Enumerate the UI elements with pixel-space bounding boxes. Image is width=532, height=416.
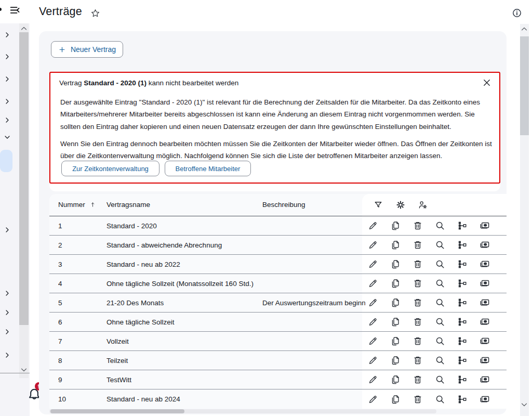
sitemap-icon[interactable] xyxy=(457,297,468,308)
delete-icon[interactable] xyxy=(413,220,423,231)
copy-icon[interactable] xyxy=(390,394,401,405)
sidebar-item-collapsed[interactable] xyxy=(4,352,11,359)
filter-icon[interactable] xyxy=(374,200,383,210)
horizontal-scrollbar[interactable] xyxy=(49,409,436,413)
delete-icon[interactable] xyxy=(413,240,423,250)
table-row[interactable]: 4 Ohne tägliche Sollzeit (Monatssollzeit… xyxy=(49,274,507,293)
sidebar-item-expanded[interactable] xyxy=(4,134,11,141)
table-row[interactable]: 1 Standard - 2020 xyxy=(49,216,507,236)
zeitkontenverwaltung-button[interactable]: Zur Zeitkontenverwaltung xyxy=(61,161,159,176)
search-icon[interactable] xyxy=(435,240,445,250)
banknote-icon[interactable] xyxy=(480,259,490,269)
sidebar-item-collapsed[interactable] xyxy=(4,328,11,335)
delete-icon[interactable] xyxy=(413,336,423,346)
sitemap-icon[interactable] xyxy=(457,394,468,405)
delete-icon[interactable] xyxy=(413,374,423,385)
banknote-icon[interactable] xyxy=(480,297,490,308)
main-scrollbar[interactable] xyxy=(520,24,529,416)
settings-gear-icon[interactable] xyxy=(396,200,405,210)
edit-icon[interactable] xyxy=(368,336,378,346)
banknote-icon[interactable] xyxy=(480,317,490,327)
sidebar-item-collapsed[interactable] xyxy=(4,53,11,60)
banknote-icon[interactable] xyxy=(480,394,490,405)
edit-icon[interactable] xyxy=(368,374,378,385)
edit-icon[interactable] xyxy=(368,220,378,231)
copy-icon[interactable] xyxy=(390,259,401,269)
edit-icon[interactable] xyxy=(368,317,378,327)
sidebar-item-collapsed[interactable] xyxy=(4,116,11,124)
copy-icon[interactable] xyxy=(390,317,401,327)
search-icon[interactable] xyxy=(435,394,445,405)
sidebar-item-collapsed[interactable] xyxy=(4,31,11,38)
table-row[interactable]: 8 Teilzeit xyxy=(49,351,507,370)
table-row[interactable]: 7 Vollzeit xyxy=(49,332,507,351)
delete-icon[interactable] xyxy=(413,278,423,289)
sidebar-item-collapsed[interactable] xyxy=(4,98,11,105)
user-settings-icon[interactable] xyxy=(418,200,428,210)
delete-icon[interactable] xyxy=(413,394,423,405)
table-row[interactable]: 5 21-20 Des Monats Der Auswertungszeitra… xyxy=(49,293,507,313)
banknote-icon[interactable] xyxy=(480,355,490,366)
edit-icon[interactable] xyxy=(368,394,378,405)
copy-icon[interactable] xyxy=(390,220,401,231)
sitemap-icon[interactable] xyxy=(457,317,468,327)
sitemap-icon[interactable] xyxy=(457,374,468,385)
banknote-icon[interactable] xyxy=(480,220,490,231)
copy-icon[interactable] xyxy=(390,336,401,346)
copy-icon[interactable] xyxy=(390,297,401,308)
sidebar-item-collapsed[interactable] xyxy=(4,226,11,233)
delete-icon[interactable] xyxy=(413,259,423,269)
edit-icon[interactable] xyxy=(368,240,378,250)
search-icon[interactable] xyxy=(435,317,445,327)
search-icon[interactable] xyxy=(435,297,445,308)
sitemap-icon[interactable] xyxy=(457,259,468,269)
sidebar-item-collapsed[interactable] xyxy=(4,75,11,83)
sidebar-item-collapsed[interactable] xyxy=(4,309,11,316)
scroll-up-icon[interactable] xyxy=(20,24,28,33)
edit-icon[interactable] xyxy=(368,259,378,269)
collapse-sidebar-button[interactable] xyxy=(9,4,21,16)
copy-icon[interactable] xyxy=(390,355,401,366)
favorite-star-icon[interactable] xyxy=(90,8,100,18)
delete-icon[interactable] xyxy=(413,297,423,308)
table-header-cell-vertragsname[interactable]: Vertragsname xyxy=(107,201,150,209)
copy-icon[interactable] xyxy=(390,374,401,385)
edit-icon[interactable] xyxy=(368,278,378,289)
delete-icon[interactable] xyxy=(413,317,423,327)
search-icon[interactable] xyxy=(435,278,445,289)
table-row[interactable]: 6 Ohne tägliche Sollzeit xyxy=(49,313,507,332)
main-scrollbar-thumb[interactable] xyxy=(520,36,529,135)
sidebar-scrollbar-thumb[interactable] xyxy=(19,32,29,325)
table-row[interactable]: 9 TestWitt xyxy=(49,370,507,389)
new-contract-button[interactable]: Neuer Vertrag xyxy=(51,41,123,58)
table-header-cell-beschreibung[interactable]: Beschreibung xyxy=(262,201,305,209)
banknote-icon[interactable] xyxy=(480,278,490,289)
table-row[interactable]: 2 Standard - abweichende Abrechnung xyxy=(49,236,507,255)
horizontal-scrollbar-thumb[interactable] xyxy=(50,409,184,413)
copy-icon[interactable] xyxy=(390,278,401,289)
search-icon[interactable] xyxy=(435,374,445,385)
info-icon[interactable] xyxy=(512,8,522,18)
sidebar-scrollbar[interactable] xyxy=(19,23,29,378)
delete-icon[interactable] xyxy=(413,355,423,366)
table-header-cell-nummer[interactable]: Nummer xyxy=(58,201,96,209)
search-icon[interactable] xyxy=(435,355,445,366)
sitemap-icon[interactable] xyxy=(457,240,468,250)
table-row[interactable]: 3 Standard - neu ab 2022 xyxy=(49,255,507,274)
sitemap-icon[interactable] xyxy=(457,278,468,289)
sidebar-item-selected[interactable] xyxy=(0,150,12,172)
banknote-icon[interactable] xyxy=(480,240,490,250)
sidebar-item-collapsed[interactable] xyxy=(4,290,11,297)
banknote-icon[interactable] xyxy=(480,374,490,385)
banknote-icon[interactable] xyxy=(480,336,490,346)
search-icon[interactable] xyxy=(435,220,445,231)
search-icon[interactable] xyxy=(435,259,445,269)
copy-icon[interactable] xyxy=(390,240,401,250)
search-icon[interactable] xyxy=(435,336,445,346)
edit-icon[interactable] xyxy=(368,355,378,366)
sitemap-icon[interactable] xyxy=(457,220,468,231)
sitemap-icon[interactable] xyxy=(457,336,468,346)
sitemap-icon[interactable] xyxy=(457,355,468,366)
scroll-up-icon[interactable] xyxy=(520,25,528,33)
table-row[interactable]: 10 Standard - neu ab 2024 xyxy=(49,389,507,409)
